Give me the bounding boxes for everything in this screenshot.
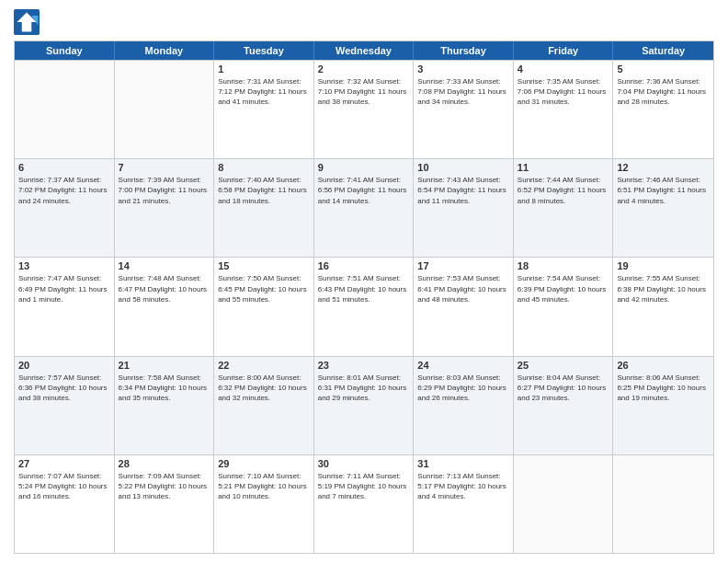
cell-day-number: 11 [518, 162, 609, 173]
calendar-cell: 11Sunrise: 7:44 AM Sunset: 6:52 PM Dayli… [514, 159, 614, 257]
calendar-cell: 2Sunrise: 7:32 AM Sunset: 7:10 PM Daylig… [314, 61, 415, 158]
cell-day-number: 17 [417, 260, 509, 271]
cell-day-number: 8 [218, 162, 310, 173]
calendar-week-1: 6Sunrise: 7:37 AM Sunset: 7:02 PM Daylig… [15, 158, 713, 257]
logo [14, 9, 43, 35]
cell-daylight-info: Sunrise: 7:07 AM Sunset: 5:24 PM Dayligh… [18, 471, 110, 502]
cell-daylight-info: Sunrise: 7:11 AM Sunset: 5:19 PM Dayligh… [318, 471, 410, 502]
cell-daylight-info: Sunrise: 7:41 AM Sunset: 6:56 PM Dayligh… [318, 175, 410, 206]
cell-day-number: 9 [318, 162, 410, 173]
cell-day-number: 23 [318, 360, 410, 371]
cell-daylight-info: Sunrise: 7:32 AM Sunset: 7:10 PM Dayligh… [318, 76, 410, 108]
header-day-thursday: Thursday [414, 41, 514, 60]
cell-daylight-info: Sunrise: 7:47 AM Sunset: 6:49 PM Dayligh… [18, 273, 110, 304]
cell-daylight-info: Sunrise: 7:44 AM Sunset: 6:52 PM Dayligh… [518, 175, 609, 206]
cell-daylight-info: Sunrise: 8:04 AM Sunset: 6:27 PM Dayligh… [518, 373, 609, 404]
calendar-cell: 20Sunrise: 7:57 AM Sunset: 6:36 PM Dayli… [15, 357, 115, 454]
cell-daylight-info: Sunrise: 7:51 AM Sunset: 6:43 PM Dayligh… [318, 273, 410, 304]
cell-daylight-info: Sunrise: 7:46 AM Sunset: 6:51 PM Dayligh… [617, 175, 710, 206]
header-day-tuesday: Tuesday [214, 41, 314, 60]
calendar-week-0: 1Sunrise: 7:31 AM Sunset: 7:12 PM Daylig… [15, 60, 713, 158]
calendar-cell: 24Sunrise: 8:03 AM Sunset: 6:29 PM Dayli… [414, 357, 514, 454]
cell-day-number: 5 [617, 63, 710, 75]
cell-daylight-info: Sunrise: 7:54 AM Sunset: 6:39 PM Dayligh… [518, 273, 609, 304]
cell-day-number: 4 [518, 63, 609, 75]
cell-day-number: 20 [18, 360, 110, 371]
cell-day-number: 24 [417, 360, 509, 371]
calendar-cell: 28Sunrise: 7:09 AM Sunset: 5:22 PM Dayli… [115, 455, 215, 553]
cell-daylight-info: Sunrise: 7:36 AM Sunset: 7:04 PM Dayligh… [617, 76, 710, 108]
calendar-cell: 8Sunrise: 7:40 AM Sunset: 6:58 PM Daylig… [214, 159, 314, 257]
calendar-week-2: 13Sunrise: 7:47 AM Sunset: 6:49 PM Dayli… [15, 257, 713, 355]
calendar-page: SundayMondayTuesdayWednesdayThursdayFrid… [0, 0, 728, 563]
calendar-cell: 10Sunrise: 7:43 AM Sunset: 6:54 PM Dayli… [414, 159, 514, 257]
cell-day-number: 14 [119, 260, 210, 271]
calendar-cell: 31Sunrise: 7:13 AM Sunset: 5:17 PM Dayli… [414, 455, 514, 553]
header-day-friday: Friday [514, 41, 614, 60]
cell-daylight-info: Sunrise: 7:09 AM Sunset: 5:22 PM Dayligh… [119, 471, 210, 502]
cell-day-number: 10 [417, 162, 509, 173]
cell-daylight-info: Sunrise: 7:35 AM Sunset: 7:06 PM Dayligh… [518, 76, 609, 108]
cell-day-number: 31 [417, 458, 509, 469]
cell-daylight-info: Sunrise: 7:55 AM Sunset: 6:38 PM Dayligh… [617, 273, 710, 304]
calendar-cell: 12Sunrise: 7:46 AM Sunset: 6:51 PM Dayli… [613, 159, 713, 257]
calendar-cell: 5Sunrise: 7:36 AM Sunset: 7:04 PM Daylig… [613, 61, 713, 158]
calendar-cell: 25Sunrise: 8:04 AM Sunset: 6:27 PM Dayli… [514, 357, 614, 454]
cell-day-number: 18 [518, 260, 609, 271]
calendar-week-4: 27Sunrise: 7:07 AM Sunset: 5:24 PM Dayli… [15, 454, 713, 553]
calendar-cell [15, 61, 115, 158]
calendar-cell: 13Sunrise: 7:47 AM Sunset: 6:49 PM Dayli… [15, 258, 115, 355]
calendar-cell: 22Sunrise: 8:00 AM Sunset: 6:32 PM Dayli… [214, 357, 314, 454]
cell-day-number: 7 [119, 162, 210, 173]
cell-daylight-info: Sunrise: 7:40 AM Sunset: 6:58 PM Dayligh… [218, 175, 310, 206]
calendar-cell: 16Sunrise: 7:51 AM Sunset: 6:43 PM Dayli… [314, 258, 415, 355]
cell-day-number: 13 [18, 260, 110, 271]
calendar-cell: 21Sunrise: 7:58 AM Sunset: 6:34 PM Dayli… [115, 357, 215, 454]
calendar-cell: 6Sunrise: 7:37 AM Sunset: 7:02 PM Daylig… [15, 159, 115, 257]
cell-day-number: 15 [218, 260, 310, 271]
calendar-cell: 29Sunrise: 7:10 AM Sunset: 5:21 PM Dayli… [214, 455, 314, 553]
calendar-cell: 1Sunrise: 7:31 AM Sunset: 7:12 PM Daylig… [214, 61, 314, 158]
cell-daylight-info: Sunrise: 7:39 AM Sunset: 7:00 PM Dayligh… [119, 175, 210, 206]
cell-day-number: 2 [318, 63, 410, 75]
cell-daylight-info: Sunrise: 7:48 AM Sunset: 6:47 PM Dayligh… [119, 273, 210, 304]
calendar-cell: 17Sunrise: 7:53 AM Sunset: 6:41 PM Dayli… [414, 258, 514, 355]
cell-daylight-info: Sunrise: 7:53 AM Sunset: 6:41 PM Dayligh… [417, 273, 509, 304]
calendar-cell: 4Sunrise: 7:35 AM Sunset: 7:06 PM Daylig… [514, 61, 614, 158]
header-day-wednesday: Wednesday [314, 41, 415, 60]
calendar-cell: 15Sunrise: 7:50 AM Sunset: 6:45 PM Dayli… [214, 258, 314, 355]
cell-daylight-info: Sunrise: 8:00 AM Sunset: 6:32 PM Dayligh… [218, 373, 310, 404]
calendar-cell: 23Sunrise: 8:01 AM Sunset: 6:31 PM Dayli… [314, 357, 415, 454]
calendar-week-3: 20Sunrise: 7:57 AM Sunset: 6:36 PM Dayli… [15, 356, 713, 454]
calendar-cell: 18Sunrise: 7:54 AM Sunset: 6:39 PM Dayli… [514, 258, 614, 355]
cell-day-number: 16 [318, 260, 410, 271]
calendar-cell: 19Sunrise: 7:55 AM Sunset: 6:38 PM Dayli… [613, 258, 713, 355]
cell-day-number: 25 [518, 360, 609, 371]
logo-icon [14, 9, 40, 35]
calendar-cell: 3Sunrise: 7:33 AM Sunset: 7:08 PM Daylig… [414, 61, 514, 158]
cell-day-number: 30 [318, 458, 410, 469]
cell-day-number: 26 [617, 360, 710, 371]
calendar-cell: 7Sunrise: 7:39 AM Sunset: 7:00 PM Daylig… [115, 159, 215, 257]
header-day-saturday: Saturday [613, 41, 713, 60]
page-header [14, 9, 714, 35]
cell-daylight-info: Sunrise: 7:57 AM Sunset: 6:36 PM Dayligh… [18, 373, 110, 404]
calendar-body: 1Sunrise: 7:31 AM Sunset: 7:12 PM Daylig… [15, 60, 713, 553]
cell-daylight-info: Sunrise: 7:10 AM Sunset: 5:21 PM Dayligh… [218, 471, 310, 502]
calendar-cell: 14Sunrise: 7:48 AM Sunset: 6:47 PM Dayli… [115, 258, 215, 355]
cell-daylight-info: Sunrise: 7:13 AM Sunset: 5:17 PM Dayligh… [417, 471, 509, 502]
calendar-cell: 27Sunrise: 7:07 AM Sunset: 5:24 PM Dayli… [15, 455, 115, 553]
cell-day-number: 3 [417, 63, 509, 75]
cell-daylight-info: Sunrise: 7:43 AM Sunset: 6:54 PM Dayligh… [417, 175, 509, 206]
calendar: SundayMondayTuesdayWednesdayThursdayFrid… [14, 40, 714, 554]
cell-daylight-info: Sunrise: 8:01 AM Sunset: 6:31 PM Dayligh… [318, 373, 410, 404]
cell-daylight-info: Sunrise: 7:31 AM Sunset: 7:12 PM Dayligh… [218, 76, 310, 108]
cell-day-number: 1 [218, 63, 310, 75]
cell-day-number: 27 [18, 458, 110, 469]
cell-day-number: 22 [218, 360, 310, 371]
cell-day-number: 19 [617, 260, 710, 271]
cell-day-number: 12 [617, 162, 710, 173]
cell-daylight-info: Sunrise: 7:58 AM Sunset: 6:34 PM Dayligh… [119, 373, 210, 404]
cell-daylight-info: Sunrise: 7:33 AM Sunset: 7:08 PM Dayligh… [417, 76, 509, 108]
cell-day-number: 21 [119, 360, 210, 371]
